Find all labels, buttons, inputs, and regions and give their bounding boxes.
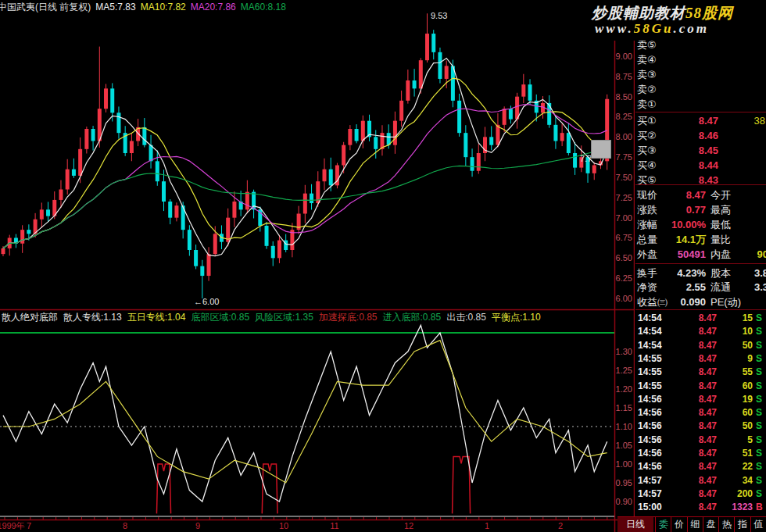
tick-volume: 15 <box>717 312 753 325</box>
indicator-line-0 <box>3 325 607 502</box>
candles <box>2 13 610 298</box>
level-price: 8.43 <box>667 173 718 187</box>
price-axis-label: 6.75 <box>616 233 632 242</box>
bid-row[interactable]: 买①8.4738 <box>635 113 766 128</box>
tab-1[interactable]: 价 <box>671 517 686 532</box>
tick-price: 8.47 <box>673 352 717 366</box>
signal-tower <box>156 464 170 513</box>
tick-volume: 50 <box>717 420 753 433</box>
stat-row: 收益㈢0.090PE(动) <box>635 295 766 309</box>
stat-value: 2.55 <box>662 280 706 295</box>
section-divider <box>635 309 766 310</box>
tick-price: 8.47 <box>673 312 717 325</box>
bid-row[interactable]: 买③8.45 <box>635 143 766 158</box>
tick-time: 14:56 <box>638 434 662 447</box>
time-axis-label: 11 <box>330 521 338 530</box>
tick-side: S <box>756 447 762 460</box>
tab-period-daily[interactable]: 日线 <box>617 517 655 532</box>
tab-0[interactable]: 委 <box>655 517 671 532</box>
stat-row: 换手4.23%股本3.8 <box>635 266 766 280</box>
tick-price: 8.47 <box>673 420 717 433</box>
tick-price: 8.47 <box>673 393 717 406</box>
tick-time: 14:54 <box>638 325 662 338</box>
level-volume: 38 <box>723 113 765 128</box>
indicator-param: 出击:0.85 <box>446 312 486 323</box>
watermark-text: 炒股輔助教材 <box>592 5 685 21</box>
stat-label: 最低 <box>711 217 731 232</box>
tab-4[interactable]: 热 <box>718 517 734 532</box>
tick-row: 14:548.4710S <box>635 325 766 338</box>
bid-row[interactable]: 买②8.46 <box>635 128 766 143</box>
level-label: 卖③ <box>637 67 657 82</box>
tick-side: S <box>756 460 762 473</box>
indicator-line-1 <box>3 341 607 483</box>
tab-5[interactable]: 指 <box>734 517 750 532</box>
indicator-param: 五日专线:1.04 <box>127 312 186 323</box>
stat-label: 量比 <box>711 232 731 247</box>
price-axis-label: 8.75 <box>616 72 632 81</box>
tab-3[interactable]: 盘 <box>703 517 718 532</box>
level-label: 卖② <box>637 82 657 97</box>
tick-row: 14:568.475S <box>635 434 766 447</box>
stat-value: 0.77 <box>662 202 706 217</box>
tick-time: 14:57 <box>638 487 662 501</box>
tick-side: S <box>756 393 762 406</box>
stat-value: 3.3 <box>737 280 766 295</box>
stat-value: 0.090 <box>662 295 706 309</box>
ask-row[interactable]: 卖① <box>635 97 766 112</box>
time-axis-label: 2 <box>558 521 563 530</box>
time-axis-label: 8 <box>123 521 127 530</box>
tick-price: 8.47 <box>673 380 717 393</box>
stat-label: 内盘 <box>711 247 731 262</box>
stat-value: 10.00% <box>662 217 706 232</box>
price-axis-label: 9.00 <box>616 52 632 61</box>
tick-row: 14:548.4715S <box>635 312 766 325</box>
price-axis-label: 6.25 <box>616 273 632 283</box>
indicator-axis-label: 0.95 <box>616 478 632 487</box>
price-axis-label: 6.50 <box>616 253 632 262</box>
tick-volume: 55 <box>717 366 753 379</box>
indicator-axis-label: 1.05 <box>616 441 632 450</box>
bid-row[interactable]: 买⑤8.43 <box>635 173 766 187</box>
tab-6[interactable]: 值 <box>750 517 766 532</box>
tick-price: 8.47 <box>673 406 717 420</box>
indicator-param: 底部区域:0.85 <box>191 312 249 323</box>
stat-label: 涨跌 <box>637 202 657 217</box>
watermark-text: 58股网 <box>685 5 733 21</box>
indicator-axis-label: 1.25 <box>616 366 632 375</box>
price-axis-label: 6.00 <box>616 294 632 303</box>
tick-volume: 51 <box>717 447 753 460</box>
tick-price: 8.47 <box>673 487 717 501</box>
tick-price: 8.47 <box>673 366 717 379</box>
ask-row[interactable]: 卖② <box>635 82 766 97</box>
level-price: 8.47 <box>667 113 718 128</box>
tick-side: S <box>756 487 762 501</box>
indicator-axis-label: 1.00 <box>616 459 632 469</box>
tick-volume: 19 <box>717 393 753 406</box>
price-axis-label: 7.00 <box>616 213 632 223</box>
ask-row[interactable]: 卖④ <box>635 52 766 67</box>
stat-value: 8.47 <box>662 187 706 202</box>
tick-volume: 1323 <box>717 501 753 514</box>
tick-price: 8.47 <box>673 460 717 473</box>
tab-2[interactable]: 细 <box>687 517 703 532</box>
bid-row[interactable]: 买④8.44 <box>635 158 766 173</box>
level-label: 卖④ <box>637 52 657 67</box>
time-axis-label: 12 <box>404 521 413 530</box>
main-chart-svg[interactable]: 9.53←6.007.79.008.758.508.258.007.757.50… <box>0 0 635 532</box>
watermark-text: 58Gu <box>634 21 674 36</box>
tick-price: 8.47 <box>673 447 717 460</box>
ask-row[interactable]: 卖③ <box>635 67 766 82</box>
signal-tower <box>453 456 471 513</box>
stat-label: 流通 <box>711 280 731 295</box>
time-axis-label: 1999年 <box>0 521 25 530</box>
tick-volume: 5 <box>717 434 753 447</box>
watermark: 炒股輔助教材58股网 www.58Gu.com <box>589 0 766 41</box>
stat-value: 4.23% <box>662 266 706 280</box>
indicator-axis-label: 0.90 <box>616 497 632 506</box>
tick-side: S <box>756 474 762 487</box>
tick-time: 14:56 <box>638 460 662 473</box>
tick-side: S <box>756 434 762 447</box>
tick-side: S <box>756 339 762 352</box>
tick-time: 14:56 <box>638 420 662 433</box>
